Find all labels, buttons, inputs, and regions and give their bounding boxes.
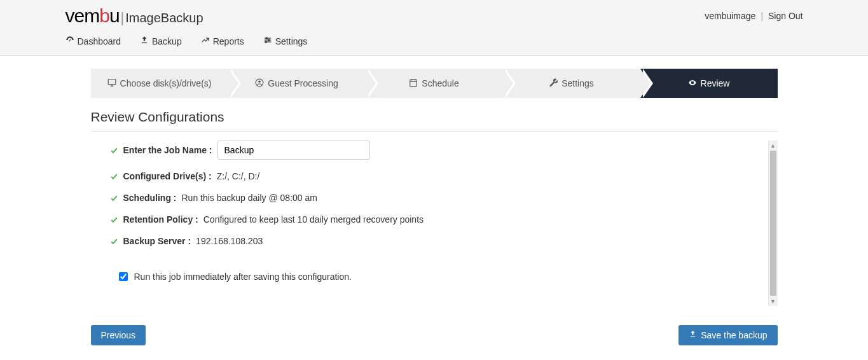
upload-icon bbox=[140, 36, 149, 46]
drives-value: Z:/, C:/, D:/ bbox=[217, 171, 260, 181]
previous-button-label: Previous bbox=[101, 330, 135, 340]
eye-icon bbox=[688, 78, 697, 89]
svg-point-1 bbox=[266, 38, 267, 39]
wizard-step-review[interactable]: Review bbox=[640, 69, 778, 98]
nav-dashboard-label: Dashboard bbox=[78, 36, 121, 46]
jobname-label: Enter the Job Name : bbox=[123, 145, 212, 155]
footer-buttons: Previous Save the backup bbox=[91, 325, 778, 345]
nav-dashboard[interactable]: Dashboard bbox=[65, 36, 121, 46]
step-label: Choose disk(s)/drive(s) bbox=[120, 78, 212, 88]
signout-link[interactable]: Sign Out bbox=[768, 11, 803, 21]
svg-rect-6 bbox=[108, 79, 116, 84]
main-nav: Dashboard Backup Reports Settings bbox=[65, 29, 803, 55]
svg-rect-11 bbox=[410, 80, 417, 86]
previous-button[interactable]: Previous bbox=[91, 325, 146, 345]
review-panel: Enter the Job Name : Configured Drive(s)… bbox=[91, 141, 778, 306]
chart-icon bbox=[201, 36, 210, 46]
scheduling-value: Run this backup daily @ 08:00 am bbox=[182, 193, 317, 203]
wizard-step-settings[interactable]: Settings bbox=[503, 69, 640, 98]
step-label: Review bbox=[701, 78, 730, 88]
scroll-up-arrow-icon[interactable]: ▲ bbox=[769, 141, 778, 150]
server-label: Backup Server : bbox=[123, 236, 191, 246]
scheduling-label: Scheduling : bbox=[123, 193, 177, 203]
check-icon bbox=[110, 146, 118, 155]
jobname-input[interactable] bbox=[217, 141, 370, 160]
scroll-thumb[interactable] bbox=[770, 151, 776, 296]
run-immediately-row: Run this job immediately after saving th… bbox=[119, 272, 766, 282]
top-bar: vembu | ImageBackup vembuimage | Sign Ou… bbox=[0, 0, 868, 56]
wizard-step-schedule[interactable]: Schedule bbox=[366, 69, 503, 98]
step-label: Guest Processing bbox=[268, 78, 338, 88]
product-name: ImageBackup bbox=[125, 11, 203, 25]
username-link[interactable]: vembuimage bbox=[705, 11, 755, 21]
dashboard-icon bbox=[65, 36, 74, 46]
upload-icon bbox=[689, 330, 697, 340]
nav-settings[interactable]: Settings bbox=[263, 36, 308, 46]
logo: vembu | ImageBackup bbox=[65, 5, 203, 27]
wrench-icon bbox=[549, 78, 558, 89]
svg-point-15 bbox=[691, 81, 692, 83]
review-server-row: Backup Server : 192.168.108.203 bbox=[110, 236, 766, 246]
user-circle-icon bbox=[255, 78, 264, 89]
run-immediately-label: Run this job immediately after saving th… bbox=[134, 272, 352, 282]
user-area: vembuimage | Sign Out bbox=[701, 11, 803, 21]
wizard-steps: Choose disk(s)/drive(s) Guest Processing… bbox=[91, 69, 778, 98]
check-icon bbox=[110, 194, 118, 202]
check-icon bbox=[110, 237, 118, 246]
save-button[interactable]: Save the backup bbox=[679, 325, 777, 345]
nav-backup-label: Backup bbox=[152, 36, 182, 46]
monitor-icon bbox=[107, 78, 116, 89]
review-jobname-row: Enter the Job Name : bbox=[110, 141, 766, 160]
nav-reports-label: Reports bbox=[213, 36, 244, 46]
nav-backup[interactable]: Backup bbox=[140, 36, 182, 46]
step-label: Schedule bbox=[422, 78, 458, 88]
scroll-down-arrow-icon[interactable]: ▼ bbox=[769, 296, 778, 306]
drives-label: Configured Drive(s) : bbox=[123, 171, 212, 181]
retention-value: Configured to keep last 10 daily merged … bbox=[203, 214, 424, 225]
wizard-step-guest[interactable]: Guest Processing bbox=[228, 69, 366, 98]
save-button-label: Save the backup bbox=[701, 330, 767, 340]
sliders-icon bbox=[263, 36, 272, 46]
run-immediately-checkbox[interactable] bbox=[119, 272, 128, 281]
svg-point-10 bbox=[259, 80, 261, 83]
nav-settings-label: Settings bbox=[275, 36, 308, 46]
retention-label: Retention Policy : bbox=[123, 214, 198, 225]
scrollbar[interactable]: ▲ ▼ bbox=[768, 141, 778, 306]
svg-point-3 bbox=[268, 39, 269, 41]
wizard-step-disks[interactable]: Choose disk(s)/drive(s) bbox=[91, 69, 228, 98]
nav-reports[interactable]: Reports bbox=[201, 36, 244, 46]
svg-point-5 bbox=[265, 41, 266, 43]
calendar-icon bbox=[409, 78, 418, 89]
check-icon bbox=[110, 172, 118, 181]
check-icon bbox=[110, 216, 118, 224]
review-drives-row: Configured Drive(s) : Z:/, C:/, D:/ bbox=[110, 171, 766, 181]
page-title: Review Configurations bbox=[91, 109, 778, 132]
review-retention-row: Retention Policy : Configured to keep la… bbox=[110, 214, 766, 225]
review-scheduling-row: Scheduling : Run this backup daily @ 08:… bbox=[110, 193, 766, 203]
step-label: Settings bbox=[561, 78, 594, 88]
server-value: 192.168.108.203 bbox=[196, 236, 263, 246]
